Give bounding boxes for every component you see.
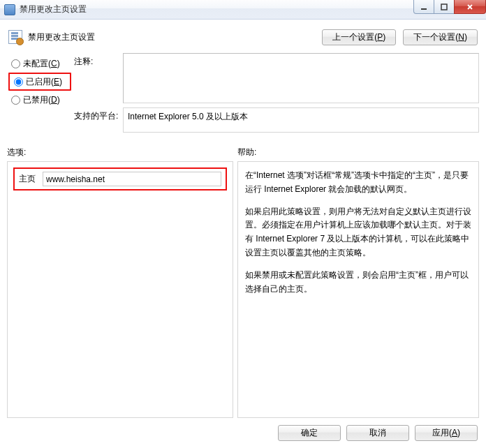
previous-setting-button[interactable]: 上一个设置(P) [322, 29, 396, 45]
window-buttons [414, 0, 486, 14]
radio-disabled[interactable]: 已禁用(D) [7, 92, 74, 107]
options-header: 选项: [7, 147, 237, 158]
svg-rect-0 [421, 8, 427, 10]
radio-disabled-input[interactable] [11, 96, 20, 105]
close-button[interactable] [454, 0, 486, 14]
next-setting-button[interactable]: 下一个设置(N) [403, 29, 478, 45]
app-icon [4, 4, 15, 15]
titlebar: 禁用更改主页设置 [0, 0, 486, 20]
page-title: 禁用更改主页设置 [28, 31, 95, 43]
radio-enabled[interactable]: 已启用(E) [10, 74, 70, 89]
cancel-button[interactable]: 取消 [346, 425, 409, 441]
supported-platform-box: Internet Explorer 5.0 及以上版本 [123, 107, 479, 133]
help-panel: 在“Internet 选项”对话框“常规”选项卡中指定的“主页”，是只要运行 I… [237, 161, 479, 418]
header-row: 禁用更改主页设置 上一个设置(P) 下一个设置(N) [7, 25, 479, 49]
svg-rect-1 [441, 4, 447, 10]
homepage-label: 主页 [19, 173, 36, 185]
state-radios: 未配置(C) 已启用(E) 已禁用(D) [7, 53, 74, 137]
radio-not-configured[interactable]: 未配置(C) [7, 56, 74, 71]
minimize-button[interactable] [413, 0, 434, 14]
maximize-button[interactable] [434, 0, 455, 14]
radio-enabled-input[interactable] [14, 77, 23, 87]
help-paragraph: 如果禁用或未配置此策略设置，则会启用“主页”框，用户可以选择自己的主页。 [245, 269, 471, 297]
dialog-footer: 确定 取消 应用(A) [7, 418, 479, 441]
supported-platform-text: Internet Explorer 5.0 及以上版本 [128, 112, 248, 121]
comment-label: 注释: [74, 53, 123, 68]
help-header: 帮助: [237, 147, 256, 158]
config-panel: 未配置(C) 已启用(E) 已禁用(D) 注释: 支持的平台: I [7, 53, 479, 137]
platform-label: 支持的平台: [74, 107, 123, 122]
ok-button[interactable]: 确定 [278, 425, 341, 441]
homepage-row: 主页 [13, 167, 227, 191]
help-paragraph: 如果启用此策略设置，则用户将无法对自定义默认主页进行设置。必须指定在用户计算机上… [245, 205, 471, 260]
policy-icon [8, 30, 22, 44]
comment-textarea[interactable] [123, 53, 479, 103]
apply-button[interactable]: 应用(A) [415, 425, 478, 441]
homepage-input[interactable] [43, 172, 221, 186]
radio-not-configured-input[interactable] [11, 59, 20, 68]
window-title: 禁用更改主页设置 [20, 3, 87, 15]
options-panel: 主页 [7, 161, 233, 418]
panel-headers: 选项: 帮助: [7, 147, 479, 158]
help-paragraph: 在“Internet 选项”对话框“常规”选项卡中指定的“主页”，是只要运行 I… [245, 169, 471, 197]
